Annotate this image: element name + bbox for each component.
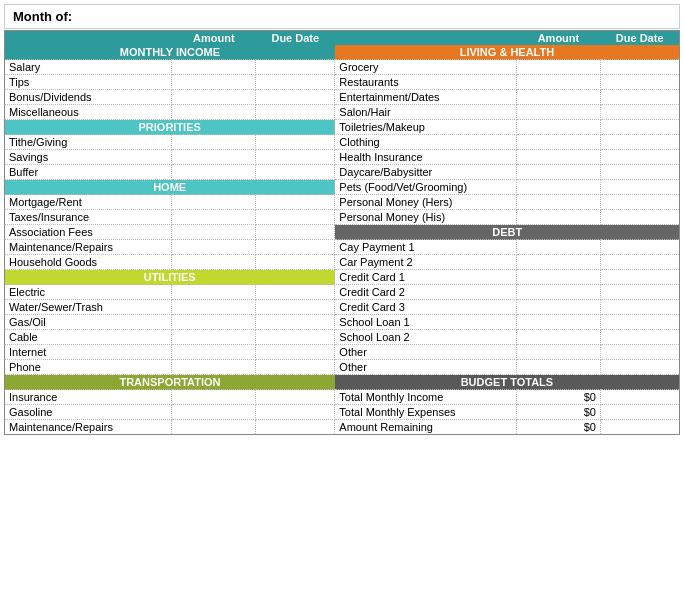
amount-cell-right[interactable] <box>517 300 601 315</box>
duedate-cell-left[interactable] <box>256 420 335 435</box>
section-header-left: MONTHLY INCOME <box>5 45 335 60</box>
amount-cell-right[interactable] <box>517 60 601 75</box>
amount-cell-left[interactable] <box>172 150 256 165</box>
duedate-cell-right[interactable] <box>600 195 679 210</box>
duedate-cell-right[interactable] <box>600 180 679 195</box>
amount-cell-right[interactable] <box>517 315 601 330</box>
row-label-left: Association Fees <box>5 225 172 240</box>
duedate-cell-left[interactable] <box>256 150 335 165</box>
duedate-cell-right[interactable] <box>600 75 679 90</box>
amount-cell-left[interactable] <box>172 135 256 150</box>
duedate-cell-right[interactable] <box>600 360 679 375</box>
duedate-cell-right[interactable] <box>600 120 679 135</box>
duedate-cell-left[interactable] <box>256 360 335 375</box>
duedate-cell-right[interactable] <box>600 240 679 255</box>
amount-cell-right[interactable] <box>517 135 601 150</box>
table-row: SavingsHealth Insurance <box>5 150 680 165</box>
duedate-cell-left[interactable] <box>256 315 335 330</box>
duedate-cell-left[interactable] <box>256 330 335 345</box>
duedate-cell-left[interactable] <box>256 300 335 315</box>
amount-cell-left[interactable] <box>172 105 256 120</box>
amount-cell-right[interactable] <box>517 195 601 210</box>
duedate-cell-left[interactable] <box>256 195 335 210</box>
amount-cell-left[interactable] <box>172 255 256 270</box>
amount-cell-right[interactable] <box>517 120 601 135</box>
amount-cell-left[interactable] <box>172 90 256 105</box>
duedate-cell-left[interactable] <box>256 255 335 270</box>
duedate-cell-right[interactable] <box>600 135 679 150</box>
duedate-cell-right[interactable] <box>600 285 679 300</box>
amount-cell-left[interactable] <box>172 420 256 435</box>
duedate-cell-right[interactable] <box>600 270 679 285</box>
left-amount-header: Amount <box>172 31 256 46</box>
duedate-cell-left[interactable] <box>256 390 335 405</box>
right-amount-header: Amount <box>517 31 601 46</box>
budget-table: Amount Due Date Amount Due Date MONTHLY … <box>4 30 680 435</box>
amount-cell-right[interactable] <box>517 75 601 90</box>
duedate-cell-left[interactable] <box>256 90 335 105</box>
row-label-right: Clothing <box>335 135 517 150</box>
amount-cell-left[interactable] <box>172 60 256 75</box>
amount-cell-left[interactable] <box>172 345 256 360</box>
duedate-cell-right[interactable] <box>600 105 679 120</box>
row-label-right: Credit Card 3 <box>335 300 517 315</box>
duedate-cell-right[interactable] <box>600 255 679 270</box>
duedate-cell-left[interactable] <box>256 240 335 255</box>
amount-cell-right[interactable] <box>517 180 601 195</box>
amount-cell-right[interactable] <box>517 255 601 270</box>
amount-cell-left[interactable] <box>172 405 256 420</box>
row-label-left: Maintenance/Repairs <box>5 420 172 435</box>
section-header-right: BUDGET TOTALS <box>335 375 680 390</box>
amount-cell-right[interactable] <box>517 240 601 255</box>
amount-cell-right[interactable] <box>517 285 601 300</box>
amount-cell-right[interactable] <box>517 165 601 180</box>
table-row: InsuranceTotal Monthly Income$0 <box>5 390 680 405</box>
table-row: Gas/OilSchool Loan 1 <box>5 315 680 330</box>
duedate-cell-right[interactable] <box>600 300 679 315</box>
amount-cell-left[interactable] <box>172 225 256 240</box>
duedate-cell-left[interactable] <box>256 405 335 420</box>
amount-cell-right[interactable] <box>517 210 601 225</box>
duedate-cell-right[interactable] <box>600 315 679 330</box>
amount-cell-left[interactable] <box>172 210 256 225</box>
duedate-cell-right[interactable] <box>600 345 679 360</box>
amount-cell-right[interactable] <box>517 330 601 345</box>
duedate-cell-left[interactable] <box>256 135 335 150</box>
duedate-cell-left[interactable] <box>256 285 335 300</box>
duedate-cell-left[interactable] <box>256 165 335 180</box>
duedate-cell-right[interactable] <box>600 165 679 180</box>
duedate-cell-left[interactable] <box>256 75 335 90</box>
amount-cell-right[interactable] <box>517 105 601 120</box>
duedate-cell-right[interactable] <box>600 150 679 165</box>
table-row: Tithe/GivingClothing <box>5 135 680 150</box>
amount-cell-right[interactable] <box>517 150 601 165</box>
duedate-cell-right[interactable] <box>600 60 679 75</box>
duedate-cell-left[interactable] <box>256 210 335 225</box>
amount-cell-left[interactable] <box>172 360 256 375</box>
amount-cell-left[interactable] <box>172 330 256 345</box>
amount-cell-left[interactable] <box>172 240 256 255</box>
amount-cell-right[interactable] <box>517 270 601 285</box>
amount-cell-left[interactable] <box>172 75 256 90</box>
duedate-cell-right[interactable] <box>600 210 679 225</box>
duedate-cell-right[interactable] <box>600 90 679 105</box>
amount-cell-left[interactable] <box>172 390 256 405</box>
amount-cell-left[interactable] <box>172 165 256 180</box>
amount-cell-left[interactable] <box>172 285 256 300</box>
row-label-right: Total Monthly Income <box>335 390 517 405</box>
duedate-cell-left[interactable] <box>256 345 335 360</box>
section-header-right: DEBT <box>335 225 680 240</box>
row-label-left: Cable <box>5 330 172 345</box>
amount-cell-right[interactable] <box>517 90 601 105</box>
duedate-cell-left[interactable] <box>256 60 335 75</box>
amount-cell-right[interactable] <box>517 345 601 360</box>
amount-cell-left[interactable] <box>172 300 256 315</box>
amount-cell-left[interactable] <box>172 195 256 210</box>
duedate-cell-left[interactable] <box>256 225 335 240</box>
row-label-right: Amount Remaining <box>335 420 517 435</box>
duedate-cell-left[interactable] <box>256 105 335 120</box>
amount-cell-left[interactable] <box>172 315 256 330</box>
amount-cell-right[interactable] <box>517 360 601 375</box>
duedate-cell-right[interactable] <box>600 330 679 345</box>
row-label-left: Mortgage/Rent <box>5 195 172 210</box>
